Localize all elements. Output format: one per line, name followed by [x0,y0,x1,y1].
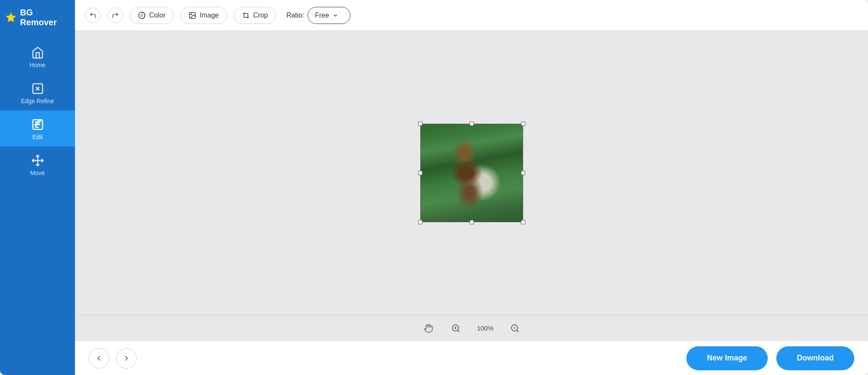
image-label: Image [200,12,218,19]
edit-icon [31,118,44,131]
crop-button[interactable]: Crop [234,7,276,24]
sidebar: BG Remover Home Edge Refine [0,0,75,375]
chevron-down-icon [332,12,338,18]
svg-point-6 [141,14,143,17]
image-button[interactable]: Image [180,7,227,24]
chevron-left-icon [95,354,103,363]
undo-button[interactable] [85,8,101,23]
svg-point-8 [191,14,192,15]
color-icon [138,12,146,19]
ratio-value: Free [315,12,329,19]
color-button[interactable]: Color [130,7,174,24]
sidebar-item-move[interactable]: Move [0,146,75,182]
crop-handle-top-middle[interactable] [470,122,474,126]
sidebar-item-edit[interactable]: Edit [0,110,75,146]
svg-marker-0 [6,13,15,22]
move-icon [31,154,44,167]
crop-handle-bottom-middle[interactable] [470,220,474,224]
color-label: Color [149,12,165,19]
ratio-label: Ratio: [286,12,304,19]
zoom-level: 100% [475,324,496,332]
chevron-right-icon [122,354,131,363]
footer: New Image Download [75,341,868,375]
canvas-image [420,124,523,222]
main-content: Color Image Crop Ratio: Free [75,0,868,375]
pan-button[interactable] [420,320,437,337]
new-image-button[interactable]: New Image [686,346,768,370]
ratio-group: Ratio: Free [286,7,350,24]
redo-icon [111,12,119,19]
crop-handle-bottom-right[interactable] [521,220,525,224]
redo-button[interactable] [108,8,123,23]
download-button[interactable]: Download [776,346,854,370]
sidebar-item-edge-refine-label: Edge Refine [21,98,54,104]
app-logo: BG Remover [0,0,75,35]
sidebar-item-move-label: Move [30,170,45,176]
image-icon [189,12,196,19]
crop-handle-bottom-left[interactable] [418,220,422,224]
footer-navigation [89,348,137,369]
app-name: BG Remover [20,8,70,27]
crop-handle-top-left[interactable] [418,122,422,126]
status-bar: 100% [75,315,868,341]
next-button[interactable] [116,348,137,369]
sidebar-item-home[interactable]: Home [0,39,75,74]
zoom-in-button[interactable] [447,320,464,337]
crop-handle-middle-right[interactable] [521,171,525,175]
canvas-area[interactable] [75,31,868,315]
sidebar-item-edge-refine[interactable]: Edge Refine [0,74,75,110]
zoom-out-button[interactable] [506,320,524,337]
toolbar: Color Image Crop Ratio: Free [75,0,868,31]
svg-line-10 [458,330,459,332]
prev-button[interactable] [89,348,109,369]
crop-handle-middle-left[interactable] [418,171,422,175]
crop-icon [242,12,250,19]
home-icon [31,46,44,59]
sidebar-navigation: Home Edge Refine Edit [0,35,75,182]
crop-label: Crop [253,12,268,19]
edge-refine-icon [31,82,44,95]
ratio-select[interactable]: Free [308,7,350,24]
logo-icon [5,12,17,24]
crop-container[interactable] [420,124,523,222]
undo-icon [89,12,97,19]
sidebar-item-home-label: Home [30,62,45,68]
zoom-in-icon [451,324,461,333]
footer-actions: New Image Download [686,346,854,370]
zoom-out-icon [510,324,520,333]
sidebar-item-edit-label: Edit [32,134,42,140]
hand-icon [424,324,433,333]
crop-handle-top-right[interactable] [521,122,525,126]
svg-line-14 [517,330,518,332]
